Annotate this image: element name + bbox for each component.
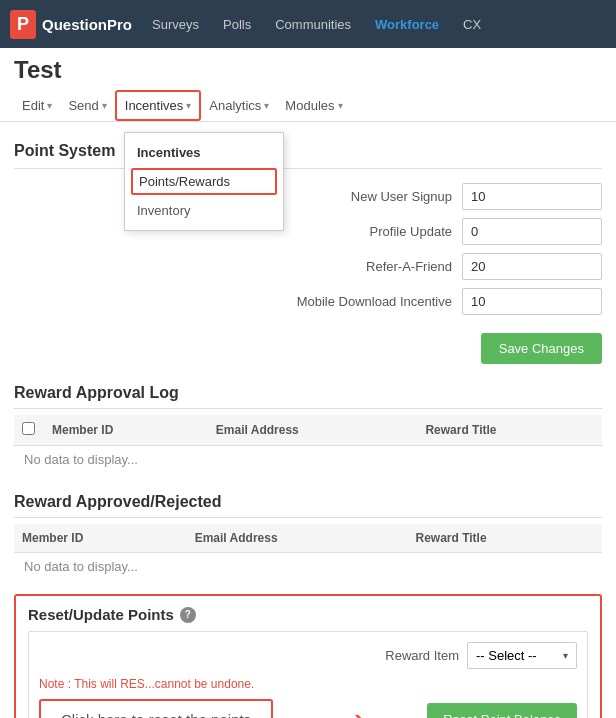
nav-surveys[interactable]: Surveys <box>142 11 209 38</box>
reward-item-row: Reward Item -- Select -- ▾ <box>39 642 577 669</box>
reward-approval-log-section: Reward Approval Log Member ID Email Addr… <box>14 376 602 473</box>
reset-inner-content: Reward Item -- Select -- ▾ Note : This w… <box>28 631 588 718</box>
sub-nav-edit[interactable]: Edit ▾ <box>14 92 60 119</box>
note-suffix: cannot be undone. <box>155 677 254 691</box>
reset-balance-button[interactable]: Reset Point Balance <box>427 703 577 718</box>
select-placeholder: -- Select -- <box>476 648 537 663</box>
edit-caret-icon: ▾ <box>47 100 52 111</box>
save-changes-button[interactable]: Save Changes <box>481 333 602 364</box>
no-data-approval: No data to display... <box>22 446 140 473</box>
reward-item-label: Reward Item <box>385 648 459 663</box>
th-ar-email-address: Email Address <box>187 524 408 553</box>
th-ar-reward-title: Reward Title <box>407 524 602 553</box>
sub-nav-send-label: Send <box>68 98 98 113</box>
input-refer-a-friend[interactable] <box>462 253 602 280</box>
page-title: Test <box>14 56 602 84</box>
logo-name: QuestionPro <box>42 16 132 33</box>
table-row: No data to display... <box>14 553 602 581</box>
main-content: Incentives Points/Rewards Inventory Poin… <box>0 122 616 718</box>
point-fields: New User Signup Profile Update Refer-A-F… <box>14 179 602 327</box>
send-caret-icon: ▾ <box>102 100 107 111</box>
logo: P <box>10 10 36 39</box>
sub-nav-incentives[interactable]: Incentives ▾ <box>115 90 202 121</box>
reward-approval-log-title: Reward Approval Log <box>14 376 602 409</box>
dropdown-section-title: Incentives <box>125 139 283 166</box>
point-system-title: Point System <box>14 132 602 169</box>
label-mobile-download: Mobile Download Incentive <box>272 294 452 309</box>
sub-nav-incentives-label: Incentives <box>125 98 184 113</box>
help-icon[interactable]: ? <box>180 607 196 623</box>
label-new-user-signup: New User Signup <box>272 189 452 204</box>
nav-workforce[interactable]: Workforce <box>365 11 449 38</box>
reset-section-title: Reset/Update Points ? <box>28 606 588 623</box>
input-new-user-signup[interactable] <box>462 183 602 210</box>
top-nav-links: Surveys Polls Communities Workforce CX <box>142 11 491 38</box>
dropdown-item-inventory[interactable]: Inventory <box>125 197 283 224</box>
reward-approved-rejected-table: Member ID Email Address Reward Title No … <box>14 524 602 580</box>
reset-update-points-section: Reset/Update Points ? Reward Item -- Sel… <box>14 594 602 718</box>
table-header-row: Member ID Email Address Reward Title <box>14 415 602 446</box>
incentives-dropdown: Incentives Points/Rewards Inventory Poin… <box>14 132 602 364</box>
sub-nav-edit-label: Edit <box>22 98 44 113</box>
select-dropdown-reward[interactable]: -- Select -- ▾ <box>467 642 577 669</box>
reward-approved-rejected-title: Reward Approved/Rejected <box>14 485 602 518</box>
incentives-caret-icon: ▾ <box>186 100 191 111</box>
reset-title-text: Reset/Update Points <box>28 606 174 623</box>
note-prefix: Note : This will RES <box>39 677 145 691</box>
nav-communities[interactable]: Communities <box>265 11 361 38</box>
sub-nav-modules-label: Modules <box>285 98 334 113</box>
nav-polls[interactable]: Polls <box>213 11 261 38</box>
select-all-checkbox[interactable] <box>22 422 35 435</box>
label-profile-update: Profile Update <box>272 224 452 239</box>
analytics-caret-icon: ▾ <box>264 100 269 111</box>
sub-nav-modules[interactable]: Modules ▾ <box>277 92 350 119</box>
select-caret-icon: ▾ <box>563 650 568 661</box>
sub-navigation: Edit ▾ Send ▾ Incentives ▾ Analytics ▾ M… <box>14 90 602 121</box>
th-member-id: Member ID <box>44 415 208 446</box>
input-profile-update[interactable] <box>462 218 602 245</box>
dropdown-item-points-rewards[interactable]: Points/Rewards <box>131 168 277 195</box>
reset-click-button[interactable]: Click here to reset the points <box>39 699 273 718</box>
sub-header: Test Edit ▾ Send ▾ Incentives ▾ Analytic… <box>0 48 616 122</box>
field-row-mobile-download: Mobile Download Incentive <box>14 288 602 315</box>
incentives-dropdown-menu: Incentives Points/Rewards Inventory <box>124 132 284 231</box>
logo-letter: P <box>17 14 29 35</box>
note-text: Note : This will RES...cannot be undone. <box>39 677 254 691</box>
th-ar-member-id: Member ID <box>14 524 187 553</box>
approved-table-header-row: Member ID Email Address Reward Title <box>14 524 602 553</box>
modules-caret-icon: ▾ <box>338 100 343 111</box>
table-row: No data to display... <box>14 446 602 474</box>
th-reward-title: Reward Title <box>417 415 602 446</box>
sub-nav-send[interactable]: Send ▾ <box>60 92 114 119</box>
reward-approval-log-table: Member ID Email Address Reward Title No … <box>14 415 602 473</box>
th-email-address: Email Address <box>208 415 418 446</box>
th-checkbox <box>14 415 44 446</box>
field-row-refer-a-friend: Refer-A-Friend <box>14 253 602 280</box>
sub-nav-analytics-label: Analytics <box>209 98 261 113</box>
top-navigation: P QuestionPro Surveys Polls Communities … <box>0 0 616 48</box>
input-mobile-download[interactable] <box>462 288 602 315</box>
reward-approved-rejected-section: Reward Approved/Rejected Member ID Email… <box>14 485 602 580</box>
reset-bottom-row: Click here to reset the points ➔ Reset P… <box>39 699 577 718</box>
arrow-right-icon: ➔ <box>346 707 364 719</box>
field-row-new-user: New User Signup <box>14 183 602 210</box>
field-row-profile-update: Profile Update <box>14 218 602 245</box>
label-refer-a-friend: Refer-A-Friend <box>272 259 452 274</box>
no-data-approved: No data to display... <box>22 553 140 580</box>
sub-nav-analytics[interactable]: Analytics ▾ <box>201 92 277 119</box>
nav-cx[interactable]: CX <box>453 11 491 38</box>
